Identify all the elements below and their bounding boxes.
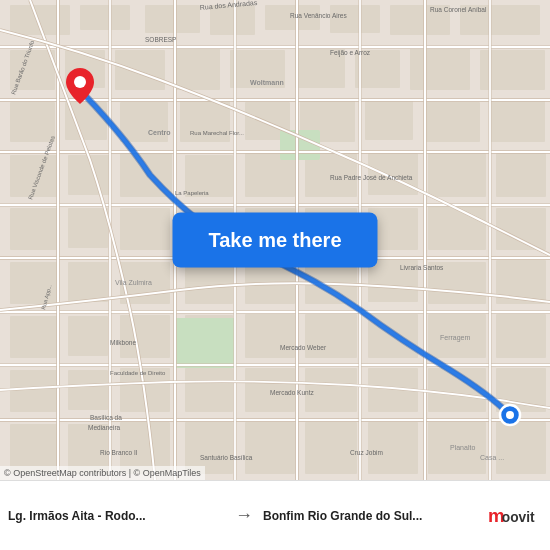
svg-rect-20	[120, 102, 168, 142]
svg-text:Mercado Weber: Mercado Weber	[280, 344, 327, 351]
svg-rect-82	[280, 130, 320, 160]
svg-rect-34	[428, 153, 486, 197]
svg-text:Rua Marechal Flor...: Rua Marechal Flor...	[190, 130, 244, 136]
svg-text:SOBRESP: SOBRESP	[145, 36, 176, 43]
svg-rect-62	[496, 314, 546, 358]
svg-rect-59	[305, 314, 357, 358]
svg-rect-35	[496, 153, 546, 197]
svg-rect-54	[10, 316, 58, 358]
take-me-there-button[interactable]: Take me there	[172, 213, 377, 268]
svg-text:Mercado Kuntz: Mercado Kuntz	[270, 389, 314, 396]
svg-rect-12	[175, 48, 220, 90]
svg-text:Rua Padre José de Anchieta: Rua Padre José de Anchieta	[330, 174, 413, 181]
svg-text:Woltmann: Woltmann	[250, 79, 284, 86]
svg-rect-44	[496, 208, 546, 250]
svg-rect-3	[145, 5, 200, 33]
svg-rect-2	[80, 5, 130, 30]
svg-rect-45	[10, 262, 58, 304]
map-attribution: © OpenStreetMap contributors | © OpenMap…	[0, 466, 205, 480]
svg-rect-25	[425, 102, 480, 142]
svg-text:Faculdade de Direito: Faculdade de Direito	[110, 370, 166, 376]
map-container: Rua dos Andradas Rua Venâncio Aires Rua …	[0, 0, 550, 480]
svg-point-144	[74, 76, 86, 88]
svg-text:Basílica da: Basílica da	[90, 414, 122, 421]
svg-rect-18	[10, 102, 55, 142]
svg-rect-77	[305, 422, 357, 474]
destination-name: Bonfim Rio Grande do Sul...	[263, 509, 480, 523]
svg-rect-58	[245, 314, 295, 358]
svg-text:Planalto: Planalto	[450, 444, 475, 451]
svg-text:Vila Zulmira: Vila Zulmira	[115, 279, 152, 286]
svg-rect-6	[330, 5, 380, 33]
svg-text:Milkbone: Milkbone	[110, 339, 136, 346]
svg-text:Ferragem: Ferragem	[440, 334, 471, 342]
svg-rect-24	[365, 100, 413, 140]
origin-info: Lg. Irmãos Aita - Rodo...	[8, 509, 225, 523]
svg-rect-38	[120, 208, 170, 250]
origin-name: Lg. Irmãos Aita - Rodo...	[8, 509, 225, 523]
svg-rect-63	[10, 370, 58, 412]
svg-rect-16	[410, 48, 470, 90]
svg-text:Feijão e Arroz: Feijão e Arroz	[330, 49, 371, 57]
origin-pin	[66, 68, 94, 104]
bottom-bar: Lg. Irmãos Aita - Rodo... → Bonfim Rio G…	[0, 480, 550, 550]
svg-text:Rua Venâncio Aires: Rua Venâncio Aires	[290, 12, 347, 19]
svg-rect-37	[68, 208, 108, 248]
svg-point-143	[506, 411, 514, 419]
svg-rect-43	[428, 206, 486, 250]
svg-rect-26	[490, 100, 545, 142]
svg-text:oovit: oovit	[502, 510, 535, 525]
svg-rect-78	[368, 422, 418, 474]
destination-info: Bonfim Rio Grande do Sul...	[263, 509, 480, 523]
svg-text:Livraria Santos: Livraria Santos	[400, 264, 444, 271]
svg-rect-46	[68, 262, 108, 302]
svg-rect-11	[115, 50, 165, 90]
svg-text:Medianeira: Medianeira	[88, 424, 121, 431]
svg-text:Rua Coronel Aníbal: Rua Coronel Aníbal	[430, 6, 487, 13]
svg-text:Rio Branco II: Rio Branco II	[100, 449, 138, 456]
svg-rect-66	[185, 368, 233, 412]
svg-rect-76	[245, 422, 295, 474]
svg-text:Centro: Centro	[148, 129, 171, 136]
svg-rect-81	[175, 318, 235, 368]
svg-rect-55	[68, 316, 108, 356]
svg-text:La Papeleria: La Papeleria	[175, 190, 209, 196]
svg-rect-64	[68, 370, 108, 410]
moovit-logo: m oovit	[488, 501, 538, 531]
svg-rect-36	[10, 208, 58, 250]
svg-rect-80	[496, 422, 546, 474]
arrow-icon: →	[225, 505, 263, 526]
svg-rect-56	[120, 315, 170, 358]
svg-text:Santuário Basílica: Santuário Basílica	[200, 454, 253, 461]
svg-text:Cruz Jobim: Cruz Jobim	[350, 449, 383, 456]
svg-text:Casa ...: Casa ...	[480, 454, 504, 461]
